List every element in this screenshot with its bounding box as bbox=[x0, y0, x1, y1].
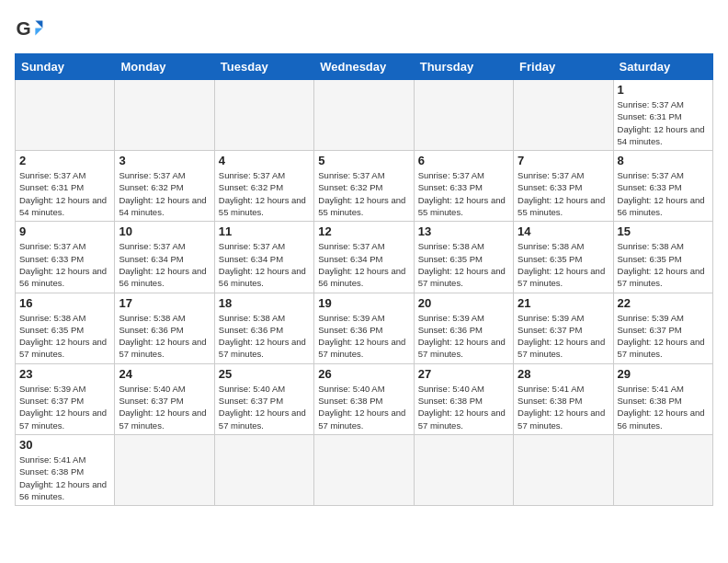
day-info: Sunrise: 5:38 AMSunset: 6:35 PMDaylight:… bbox=[19, 312, 110, 361]
day-info: Sunrise: 5:38 AMSunset: 6:35 PMDaylight:… bbox=[418, 240, 509, 289]
calendar-day-cell: 29Sunrise: 5:41 AMSunset: 6:38 PMDayligh… bbox=[613, 363, 712, 434]
svg-text:G: G bbox=[17, 17, 31, 39]
calendar-week-row: 30Sunrise: 5:41 AMSunset: 6:38 PMDayligh… bbox=[16, 434, 713, 505]
day-info: Sunrise: 5:39 AMSunset: 6:37 PMDaylight:… bbox=[618, 312, 709, 361]
calendar-day-cell: 18Sunrise: 5:38 AMSunset: 6:36 PMDayligh… bbox=[214, 293, 313, 363]
day-info: Sunrise: 5:38 AMSunset: 6:35 PMDaylight:… bbox=[618, 240, 709, 289]
calendar-day-cell bbox=[115, 434, 214, 505]
logo-icon: G bbox=[15, 15, 44, 44]
day-number: 17 bbox=[119, 296, 210, 310]
day-info: Sunrise: 5:40 AMSunset: 6:38 PMDaylight:… bbox=[418, 383, 509, 431]
day-number: 27 bbox=[418, 367, 509, 381]
calendar-day-cell: 12Sunrise: 5:37 AMSunset: 6:34 PMDayligh… bbox=[314, 222, 414, 293]
day-info: Sunrise: 5:37 AMSunset: 6:31 PMDaylight:… bbox=[618, 98, 709, 147]
day-info: Sunrise: 5:38 AMSunset: 6:36 PMDaylight:… bbox=[219, 312, 310, 361]
logo: G bbox=[15, 15, 48, 44]
day-number: 29 bbox=[618, 367, 709, 381]
calendar-day-cell: 30Sunrise: 5:41 AMSunset: 6:38 PMDayligh… bbox=[16, 434, 115, 505]
calendar-day-cell: 21Sunrise: 5:39 AMSunset: 6:37 PMDayligh… bbox=[514, 293, 613, 363]
day-number: 19 bbox=[318, 296, 409, 310]
day-number: 22 bbox=[618, 296, 709, 310]
day-info: Sunrise: 5:37 AMSunset: 6:32 PMDaylight:… bbox=[219, 169, 310, 218]
calendar-day-cell: 24Sunrise: 5:40 AMSunset: 6:37 PMDayligh… bbox=[115, 363, 214, 434]
day-number: 7 bbox=[518, 154, 609, 167]
calendar-day-cell: 23Sunrise: 5:39 AMSunset: 6:37 PMDayligh… bbox=[16, 363, 115, 434]
day-number: 18 bbox=[219, 296, 310, 310]
day-info: Sunrise: 5:38 AMSunset: 6:36 PMDaylight:… bbox=[119, 312, 210, 361]
calendar-day-cell: 16Sunrise: 5:38 AMSunset: 6:35 PMDayligh… bbox=[16, 293, 115, 363]
day-info: Sunrise: 5:37 AMSunset: 6:34 PMDaylight:… bbox=[318, 240, 409, 289]
day-number: 4 bbox=[219, 154, 310, 167]
calendar-day-cell bbox=[514, 434, 613, 505]
calendar-day-cell: 11Sunrise: 5:37 AMSunset: 6:34 PMDayligh… bbox=[214, 222, 313, 293]
day-number: 24 bbox=[119, 367, 210, 381]
calendar-day-cell bbox=[214, 434, 313, 505]
day-info: Sunrise: 5:39 AMSunset: 6:36 PMDaylight:… bbox=[418, 312, 509, 361]
day-info: Sunrise: 5:37 AMSunset: 6:31 PMDaylight:… bbox=[19, 169, 110, 218]
svg-marker-2 bbox=[35, 28, 42, 35]
day-info: Sunrise: 5:37 AMSunset: 6:33 PMDaylight:… bbox=[518, 169, 609, 218]
day-number: 6 bbox=[418, 154, 509, 167]
col-header-wednesday: Wednesday bbox=[314, 54, 414, 80]
day-number: 26 bbox=[318, 367, 409, 381]
calendar-day-cell bbox=[514, 80, 613, 151]
day-number: 20 bbox=[418, 296, 509, 310]
calendar-day-cell: 7Sunrise: 5:37 AMSunset: 6:33 PMDaylight… bbox=[514, 151, 613, 222]
calendar-day-cell: 26Sunrise: 5:40 AMSunset: 6:38 PMDayligh… bbox=[314, 363, 414, 434]
day-number: 13 bbox=[418, 224, 509, 238]
day-number: 1 bbox=[618, 83, 709, 97]
svg-marker-1 bbox=[35, 20, 42, 28]
day-number: 30 bbox=[19, 438, 110, 452]
calendar-day-cell bbox=[414, 434, 513, 505]
calendar-day-cell: 13Sunrise: 5:38 AMSunset: 6:35 PMDayligh… bbox=[414, 222, 513, 293]
calendar-day-cell: 27Sunrise: 5:40 AMSunset: 6:38 PMDayligh… bbox=[414, 363, 513, 434]
day-number: 9 bbox=[19, 224, 110, 238]
day-info: Sunrise: 5:37 AMSunset: 6:34 PMDaylight:… bbox=[119, 240, 210, 289]
col-header-sunday: Sunday bbox=[16, 54, 115, 80]
calendar-day-cell: 17Sunrise: 5:38 AMSunset: 6:36 PMDayligh… bbox=[115, 293, 214, 363]
col-header-thursday: Thursday bbox=[414, 54, 513, 80]
day-info: Sunrise: 5:41 AMSunset: 6:38 PMDaylight:… bbox=[618, 383, 709, 431]
calendar-day-cell: 1Sunrise: 5:37 AMSunset: 6:31 PMDaylight… bbox=[613, 80, 712, 151]
calendar-day-cell bbox=[314, 434, 414, 505]
calendar-week-row: 2Sunrise: 5:37 AMSunset: 6:31 PMDaylight… bbox=[16, 151, 713, 222]
day-info: Sunrise: 5:39 AMSunset: 6:37 PMDaylight:… bbox=[19, 383, 110, 431]
day-info: Sunrise: 5:37 AMSunset: 6:32 PMDaylight:… bbox=[119, 169, 210, 218]
col-header-friday: Friday bbox=[514, 54, 613, 80]
day-number: 21 bbox=[518, 296, 609, 310]
day-number: 11 bbox=[219, 224, 310, 238]
calendar-day-cell: 4Sunrise: 5:37 AMSunset: 6:32 PMDaylight… bbox=[214, 151, 313, 222]
calendar-day-cell: 28Sunrise: 5:41 AMSunset: 6:38 PMDayligh… bbox=[514, 363, 613, 434]
calendar-day-cell: 5Sunrise: 5:37 AMSunset: 6:32 PMDaylight… bbox=[314, 151, 414, 222]
day-info: Sunrise: 5:38 AMSunset: 6:35 PMDaylight:… bbox=[518, 240, 609, 289]
calendar-day-cell: 14Sunrise: 5:38 AMSunset: 6:35 PMDayligh… bbox=[514, 222, 613, 293]
calendar-table: SundayMondayTuesdayWednesdayThursdayFrid… bbox=[15, 53, 713, 506]
day-number: 2 bbox=[19, 154, 110, 167]
calendar-day-cell: 19Sunrise: 5:39 AMSunset: 6:36 PMDayligh… bbox=[314, 293, 414, 363]
day-number: 10 bbox=[119, 224, 210, 238]
day-number: 3 bbox=[119, 154, 210, 167]
day-number: 8 bbox=[618, 154, 709, 167]
calendar-week-row: 16Sunrise: 5:38 AMSunset: 6:35 PMDayligh… bbox=[16, 293, 713, 363]
col-header-saturday: Saturday bbox=[613, 54, 712, 80]
day-number: 28 bbox=[518, 367, 609, 381]
day-info: Sunrise: 5:37 AMSunset: 6:33 PMDaylight:… bbox=[418, 169, 509, 218]
day-number: 23 bbox=[19, 367, 110, 381]
calendar-day-cell: 20Sunrise: 5:39 AMSunset: 6:36 PMDayligh… bbox=[414, 293, 513, 363]
day-number: 12 bbox=[318, 224, 409, 238]
calendar-day-cell: 8Sunrise: 5:37 AMSunset: 6:33 PMDaylight… bbox=[613, 151, 712, 222]
day-info: Sunrise: 5:40 AMSunset: 6:37 PMDaylight:… bbox=[119, 383, 210, 431]
day-number: 14 bbox=[518, 224, 609, 238]
day-info: Sunrise: 5:40 AMSunset: 6:37 PMDaylight:… bbox=[219, 383, 310, 431]
col-header-tuesday: Tuesday bbox=[214, 54, 313, 80]
calendar-day-cell bbox=[115, 80, 214, 151]
calendar-day-cell: 9Sunrise: 5:37 AMSunset: 6:33 PMDaylight… bbox=[16, 222, 115, 293]
calendar-day-cell bbox=[16, 80, 115, 151]
calendar-week-row: 23Sunrise: 5:39 AMSunset: 6:37 PMDayligh… bbox=[16, 363, 713, 434]
calendar-day-cell: 25Sunrise: 5:40 AMSunset: 6:37 PMDayligh… bbox=[214, 363, 313, 434]
calendar-day-cell: 3Sunrise: 5:37 AMSunset: 6:32 PMDaylight… bbox=[115, 151, 214, 222]
day-number: 5 bbox=[318, 154, 409, 167]
calendar-day-cell: 15Sunrise: 5:38 AMSunset: 6:35 PMDayligh… bbox=[613, 222, 712, 293]
day-info: Sunrise: 5:39 AMSunset: 6:37 PMDaylight:… bbox=[518, 312, 609, 361]
calendar-day-cell: 2Sunrise: 5:37 AMSunset: 6:31 PMDaylight… bbox=[16, 151, 115, 222]
